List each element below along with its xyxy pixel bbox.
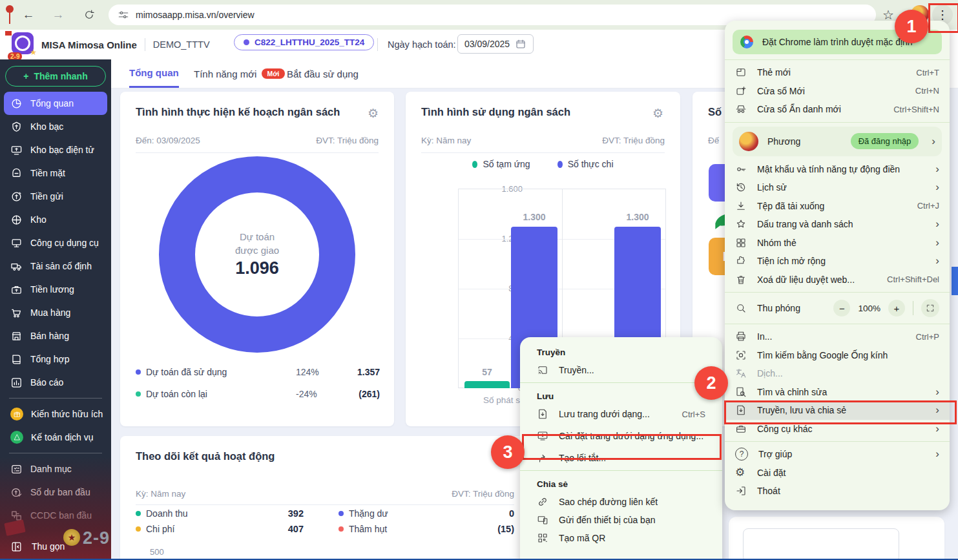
menu-item-send-to-device[interactable]: Gửi đến thiết bị của bạn — [520, 511, 722, 529]
menu-item-find-edit[interactable]: Tìm và chỉnh sửa › — [725, 383, 950, 402]
reload-icon[interactable] — [80, 6, 98, 24]
menu-item-incognito[interactable]: Cửa sổ Ẩn danh mới Ctrl+Shift+N — [725, 100, 950, 119]
tab-getting-started[interactable]: Bắt đầu sử dụng — [287, 59, 359, 88]
knowledge-icon — [10, 408, 23, 420]
menu-item-extensions[interactable]: Tiện ích mở rộng › — [725, 252, 950, 271]
calendar-icon[interactable] — [515, 38, 526, 50]
card-period: Kỳ: Năm nay — [421, 136, 471, 145]
shortcut: Ctrl+J — [917, 201, 939, 211]
sidebar-item-tools-supplies[interactable]: Công cụ dụng cụ — [4, 231, 107, 254]
menu-item-passwords[interactable]: Mật khẩu và tính năng tự động điền › — [725, 160, 950, 179]
sidebar-item-deposits[interactable]: Tiền gửi — [4, 185, 107, 208]
placeholder-box — [743, 528, 899, 560]
stat-label: Thâm hụt — [349, 524, 387, 534]
tab-new-features[interactable]: Tính năng mới Mới — [194, 59, 285, 88]
site-info-icon[interactable] — [118, 9, 129, 21]
bar-tam-ung-1[interactable] — [464, 381, 510, 388]
sidebar-item-overview[interactable]: Tổng quan — [4, 92, 107, 115]
shortcut: Ctrl+S — [682, 410, 705, 419]
fullscreen-button[interactable] — [921, 299, 939, 317]
posting-date-field[interactable]: 03/09/2025 — [457, 34, 534, 54]
shortcut: Ctrl+T — [916, 68, 939, 78]
menu-profile-row[interactable]: Phương Đã đăng nhập › — [733, 127, 942, 156]
stat-value: 392 — [269, 508, 304, 519]
zoom-in-button[interactable]: + — [888, 300, 905, 316]
menu-item-label: Xoá dữ liệu duyệt web... — [757, 275, 855, 285]
tab-overview[interactable]: Tổng quan — [129, 59, 179, 88]
menu-item-downloads[interactable]: Tệp đã tải xuống Ctrl+J — [725, 197, 950, 216]
sidebar-item-categories[interactable]: Danh mục — [4, 457, 107, 481]
zoom-out-button[interactable]: − — [833, 300, 850, 316]
menu-item-new-window[interactable]: Cửa sổ Mới Ctrl+N — [725, 82, 950, 101]
menu-item-new-tab[interactable]: Thẻ mới Ctrl+T — [725, 63, 950, 82]
google-lens-icon — [735, 349, 747, 361]
menu-item-copy-link[interactable]: Sao chép đường liên kết — [520, 493, 722, 511]
menu-item-settings[interactable]: ⚙ Cài đặt — [725, 464, 950, 482]
legend-dot-icon — [557, 161, 563, 168]
menu-item-label: Cửa sổ Mới — [757, 86, 805, 96]
sidebar-item-accounting-service[interactable]: Kế toán dịch vụ — [4, 426, 107, 449]
more-tools-icon — [735, 423, 747, 435]
menu-item-qr-code[interactable]: Tạo mã QR — [520, 529, 722, 547]
menu-item-bookmarks[interactable]: Dấu trang và danh sách › — [725, 215, 950, 234]
shortcut: Ctrl+P — [916, 332, 939, 342]
sidebar-item-fixed-assets[interactable]: Tài sản cố định — [4, 254, 107, 278]
legend-label: Số tạm ứng — [483, 159, 530, 169]
legend-label: Số thực chi — [568, 159, 614, 169]
quick-add-button[interactable]: + Thêm nhanh — [5, 66, 106, 87]
star-decoration: ★ — [30, 48, 37, 57]
donut-center-label: Dự toán được giao — [235, 231, 279, 257]
cast-icon — [537, 364, 548, 376]
sidebar-item-treasury[interactable]: Kho bạc — [4, 115, 107, 138]
sidebar-item-sales[interactable]: Bán hàng — [4, 324, 107, 347]
sidebar-collapse-button[interactable]: Thu gọn — [0, 537, 111, 556]
menu-item-label: Gửi đến thiết bị của bạn — [559, 515, 655, 525]
menu-item-help[interactable]: ? Trợ giúp › — [725, 445, 950, 464]
menu-item-cast[interactable]: Truyền... — [520, 361, 722, 379]
deposit-icon — [10, 191, 23, 203]
forward-icon[interactable]: → — [49, 6, 67, 24]
menu-item-print[interactable]: In... Ctrl+P — [725, 327, 950, 346]
fund-code-pill[interactable]: C822_LHTTHU_2025_TT24 — [234, 34, 374, 50]
menu-item-history[interactable]: Lịch sử › — [725, 178, 950, 197]
page-scrollbar-thumb[interactable] — [952, 267, 958, 295]
menu-item-save-page[interactable]: Lưu trang dưới dạng... Ctrl+S — [520, 405, 722, 423]
sidebar-item-payroll[interactable]: Tiền lương — [4, 278, 107, 301]
accounting-service-icon — [10, 431, 23, 444]
menu-item-label: Nhóm thẻ — [757, 238, 797, 248]
sidebar-item-reports[interactable]: Báo cáo — [4, 371, 107, 394]
submenu-divider — [520, 470, 722, 471]
sidebar-item-e-treasury[interactable]: Kho bạc điện tử — [4, 138, 107, 161]
stat-revenue: Doanh thu — [136, 508, 188, 519]
sidebar-item-label: Tổng hợp — [30, 354, 70, 364]
key-icon — [735, 163, 747, 175]
tab-groups-icon — [735, 237, 747, 249]
sidebar-item-label: Tiền mặt — [30, 168, 65, 178]
sidebar-item-general[interactable]: Tổng hợp — [4, 347, 107, 371]
sidebar-item-label: Kho bạc điện tử — [30, 145, 94, 155]
back-icon[interactable]: ← — [19, 6, 37, 24]
donut-center-value: 1.096 — [235, 258, 279, 278]
card-settings-gear-icon[interactable]: ⚙ — [368, 107, 379, 119]
sidebar-item-warehouse[interactable]: Kho — [4, 208, 107, 231]
sidebar-item-purchasing[interactable]: Mua hàng — [4, 301, 107, 324]
menu-item-exit[interactable]: Thoát — [725, 482, 950, 501]
shortcut: Ctrl+Shift+Del — [887, 275, 939, 284]
menu-item-label: Dấu trang và danh sách — [757, 219, 853, 229]
sidebar-item-knowledge[interactable]: Kiến thức hữu ích — [4, 402, 107, 426]
stat-surplus: Thặng dư — [338, 508, 388, 519]
menu-item-label: Sao chép đường liên kết — [559, 497, 658, 507]
menu-item-google-lens[interactable]: Tìm kiếm bằng Google Ống kính — [725, 346, 950, 365]
menu-item-label: Tạo mã QR — [559, 533, 605, 543]
sidebar-item-label: Bán hàng — [30, 331, 69, 341]
menu-item-clear-browsing-data[interactable]: Xoá dữ liệu duyệt web... Ctrl+Shift+Del — [725, 271, 950, 289]
menu-item-tab-groups[interactable]: Nhóm thẻ › — [725, 234, 950, 253]
legend-row-remaining: Dự toán còn lại -24% (261) — [136, 389, 380, 399]
cash-icon — [10, 167, 23, 180]
sidebar-item-cash[interactable]: Tiền mặt — [4, 161, 107, 185]
annotation-box-cast-save-share — [724, 400, 957, 424]
sidebar-item-opening-balance[interactable]: Số dư ban đầu — [4, 481, 107, 504]
general-icon — [10, 353, 23, 366]
company-name: DEMO_TTTV — [153, 39, 210, 50]
card-settings-gear-icon[interactable]: ⚙ — [652, 107, 663, 119]
